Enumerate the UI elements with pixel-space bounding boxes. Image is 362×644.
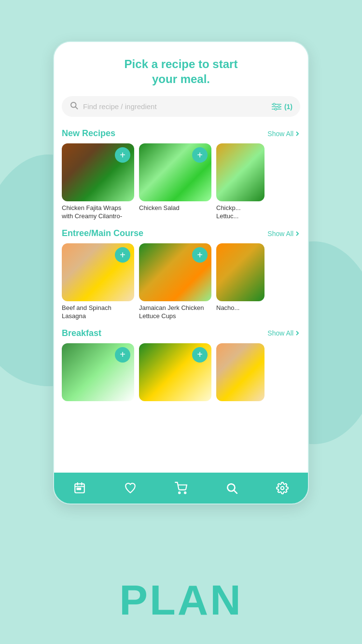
phone-mockup: Pick a recipe to startyour meal. Find re…	[53, 41, 309, 504]
svg-point-18	[281, 487, 284, 490]
section-title-breakfast: Breakfast	[62, 328, 101, 338]
recipe-image: +	[62, 143, 134, 201]
add-recipe-button[interactable]: +	[192, 247, 208, 263]
phone-inner: Pick a recipe to startyour meal. Find re…	[54, 42, 308, 504]
cards-row-entree: + Beef and Spinach Lasagna + Jamaican Je…	[54, 243, 308, 321]
bottom-nav	[54, 473, 308, 504]
recipe-card: + Beef and Spinach Lasagna	[62, 243, 134, 321]
recipe-card-partial	[216, 343, 265, 401]
filter-controls[interactable]: (1)	[272, 103, 292, 111]
search-icon	[70, 101, 78, 112]
svg-rect-12	[77, 488, 78, 490]
search-placeholder: Find recipe / ingredient	[83, 102, 267, 111]
recipe-name: Jamaican Jerk Chicken Lettuce Cups	[139, 304, 211, 321]
recipe-card: +	[62, 343, 134, 401]
nav-item-search[interactable]	[225, 482, 238, 494]
svg-point-15	[184, 492, 186, 493]
svg-line-1	[75, 107, 77, 109]
cart-icon	[175, 482, 187, 494]
recipe-card-partial: Nacho...	[216, 243, 265, 321]
svg-point-14	[179, 492, 180, 493]
header: Pick a recipe to startyour meal.	[54, 42, 308, 96]
calendar-icon	[73, 482, 86, 494]
recipe-image: +	[62, 343, 134, 401]
section-breakfast: Breakfast Show All +	[54, 324, 308, 401]
page-title: Pick a recipe to startyour meal.	[64, 56, 298, 86]
search-bar[interactable]: Find recipe / ingredient (1)	[62, 96, 300, 117]
nav-item-settings[interactable]	[276, 482, 289, 494]
filter-count: (1)	[284, 103, 292, 111]
add-recipe-button[interactable]: +	[115, 247, 130, 263]
show-all-breakfast[interactable]: Show All	[267, 329, 300, 337]
recipe-card: +	[139, 343, 211, 401]
recipe-image: +	[62, 243, 134, 301]
section-header-new-recipes: New Recipes Show All	[54, 125, 308, 143]
recipe-name: Beef and Spinach Lasagna	[62, 304, 134, 321]
section-title-entree: Entree/Main Course	[62, 228, 143, 238]
add-recipe-button[interactable]: +	[192, 347, 208, 363]
recipe-image: +	[139, 143, 211, 201]
recipe-image: +	[139, 343, 211, 401]
recipe-image	[216, 243, 265, 301]
recipe-card-partial: Chickp...Lettuc...	[216, 143, 265, 221]
cards-row-breakfast: + +	[54, 343, 308, 401]
cards-row-new-recipes: + Chicken Fajita Wraps with Creamy Cilan…	[54, 143, 308, 221]
recipe-image: +	[139, 243, 211, 301]
svg-point-6	[278, 106, 280, 108]
section-header-breakfast: Breakfast Show All	[54, 324, 308, 343]
recipe-image	[216, 343, 265, 401]
show-all-new-recipes[interactable]: Show All	[267, 130, 300, 138]
recipe-card: + Chicken Salad	[139, 143, 211, 221]
svg-point-5	[273, 103, 275, 105]
scroll-content: New Recipes Show All + Chicken Fajita Wr…	[54, 125, 308, 473]
svg-rect-13	[79, 488, 81, 490]
recipe-name: Chickp...Lettuc...	[216, 204, 265, 221]
recipe-name: Nacho...	[216, 304, 265, 312]
add-recipe-button[interactable]: +	[115, 347, 130, 363]
svg-point-7	[275, 108, 277, 110]
section-entree: Entree/Main Course Show All + Beef and S…	[54, 224, 308, 321]
recipe-image	[216, 143, 265, 201]
plan-label: PLAN	[119, 575, 243, 625]
add-recipe-button[interactable]: +	[115, 147, 130, 163]
recipe-name: Chicken Fajita Wraps with Creamy Cilantr…	[62, 204, 134, 221]
heart-icon	[124, 482, 137, 494]
show-all-entree[interactable]: Show All	[267, 230, 300, 238]
section-new-recipes: New Recipes Show All + Chicken Fajita Wr…	[54, 125, 308, 221]
nav-item-favorites[interactable]	[124, 482, 137, 494]
add-recipe-button[interactable]: +	[192, 147, 208, 163]
settings-icon	[276, 482, 289, 494]
section-title-new-recipes: New Recipes	[62, 128, 115, 139]
svg-line-17	[234, 490, 237, 493]
recipe-card: + Jamaican Jerk Chicken Lettuce Cups	[139, 243, 211, 321]
nav-item-cart[interactable]	[175, 482, 187, 494]
section-header-entree: Entree/Main Course Show All	[54, 224, 308, 243]
nav-item-calendar[interactable]	[73, 482, 86, 494]
search-nav-icon	[225, 482, 238, 494]
recipe-card: + Chicken Fajita Wraps with Creamy Cilan…	[62, 143, 134, 221]
recipe-name: Chicken Salad	[139, 204, 211, 212]
